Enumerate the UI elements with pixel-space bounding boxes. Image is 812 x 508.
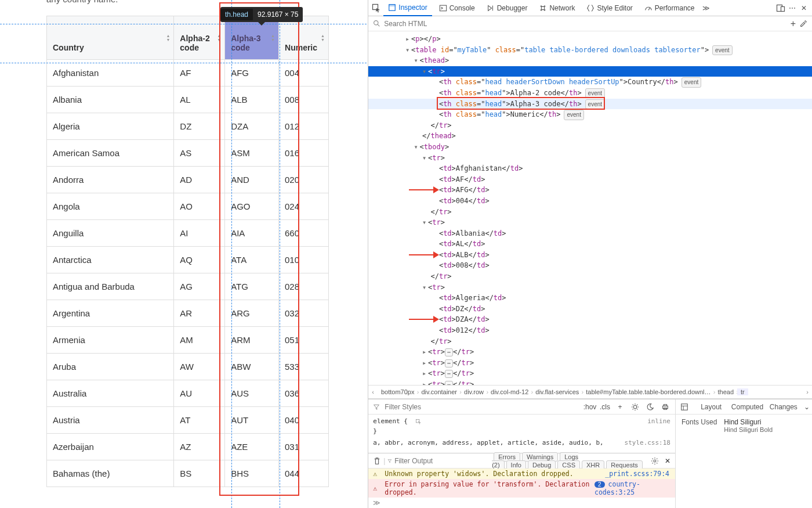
devtools-meatball-icon[interactable]: ⋯ (788, 3, 797, 13)
add-rule-icon[interactable]: + (615, 402, 625, 412)
inspect-source-icon[interactable] (415, 419, 422, 425)
th-country[interactable]: Country ▲▼ (47, 16, 174, 60)
svg-rect-24 (682, 403, 688, 410)
console-close-icon[interactable]: ✕ (665, 457, 670, 465)
dom-node[interactable]: <td>012</td> (368, 325, 812, 336)
th-numeric[interactable]: Numeric ▲▼ (279, 16, 329, 60)
tab-performance[interactable]: Performance (640, 0, 699, 16)
console-prompt[interactable]: ≫ (368, 498, 675, 508)
table-row: American SamoaASASM016 (47, 140, 329, 167)
table-cell: 010 (279, 247, 329, 273)
dom-node[interactable]: <th class="head">Numeric</th>event (368, 109, 812, 120)
dom-node[interactable]: <td>AFG</td> (368, 185, 812, 196)
breadcrumb-item[interactable]: bottom70px (378, 388, 418, 395)
tab-computed[interactable]: Computed (729, 399, 765, 414)
table-cell: ALB (225, 87, 279, 113)
tab-style-editor[interactable]: Style Editor (582, 0, 637, 16)
dom-node[interactable]: <td>Afghanistan</td> (368, 163, 812, 174)
hov-toggle[interactable]: :hov (585, 402, 595, 412)
th-alpha3[interactable]: Alpha-3 code ▲▼ (225, 16, 279, 60)
console-error[interactable]: ⚠ Error in parsing value for 'transform'… (368, 479, 675, 498)
dom-node[interactable]: ▾<tr> (368, 66, 812, 77)
breadcrumb-item[interactable]: thead (715, 388, 738, 395)
add-node-icon[interactable]: + (791, 19, 796, 29)
dom-node[interactable]: <td>AF</td> (368, 174, 812, 185)
dom-node[interactable]: <th class="head headerSortDown headerSor… (368, 77, 812, 88)
table-cell: AZE (225, 434, 279, 460)
svg-rect-2 (389, 4, 396, 6)
dom-node[interactable]: ▾<tbody> (368, 142, 812, 153)
dom-node[interactable]: ▸<tr>⋯</tr> (368, 368, 812, 379)
console-warning[interactable]: ⚠ Unknown property 'widows'. Declaration… (368, 469, 675, 479)
dom-node[interactable]: ▾<tr> (368, 282, 812, 293)
dom-node[interactable]: ▾<table id="myTable" class="table table-… (368, 45, 812, 56)
devtools-close-icon[interactable]: ✕ (799, 3, 809, 13)
breadcrumb-item[interactable]: div.container (418, 388, 461, 395)
light-scheme-icon[interactable] (630, 402, 640, 412)
dom-node[interactable]: </tr> (368, 120, 812, 131)
dom-node[interactable]: ▸<p></p> (368, 34, 812, 45)
dom-node[interactable]: <th class="head">Alpha-2 code</th>event (368, 88, 812, 99)
th-alpha2[interactable]: Alpha-2 code ▲▼ (174, 16, 225, 60)
table-cell: Antigua and Barbuda (47, 273, 174, 300)
tab-debugger[interactable]: Debugger (482, 0, 532, 16)
dom-node[interactable]: <td>ALB</td> (368, 250, 812, 261)
dom-node[interactable]: <td>008</td> (368, 260, 812, 271)
inspect-guide-left (231, 0, 232, 508)
table-cell: AIA (225, 220, 279, 247)
tab-changes[interactable]: Changes (766, 399, 802, 414)
dom-node[interactable]: </thead> (368, 131, 812, 142)
svg-line-16 (637, 409, 637, 409)
breadcrumb-item[interactable]: div.flat-services (532, 388, 582, 395)
trash-icon[interactable] (373, 457, 381, 465)
table-cell: AD (174, 167, 225, 193)
dom-node[interactable]: </tr> (368, 207, 812, 218)
rules-panel: :hov .cls + element { inline } (368, 399, 675, 508)
tabs-overflow-icon[interactable]: ≫ (702, 3, 711, 13)
dom-node[interactable]: <td>DZ</td> (368, 304, 812, 315)
dom-node[interactable]: <td>AL</td> (368, 239, 812, 250)
breadcrumb-prev-icon[interactable]: ‹ (368, 388, 378, 395)
side-layout-icon[interactable] (676, 399, 693, 414)
tab-network[interactable]: Network (534, 0, 579, 16)
dom-node[interactable]: <td>Algeria</td> (368, 293, 812, 304)
cls-toggle[interactable]: .cls (600, 402, 610, 412)
tab-inspector[interactable]: Inspector (383, 0, 432, 16)
svg-rect-20 (664, 404, 666, 406)
dom-tree[interactable]: ▸<p></p> ▾<table id="myTable" class="tab… (368, 31, 812, 385)
side-overflow-icon[interactable]: ⌄ (802, 399, 812, 414)
print-media-icon[interactable] (660, 402, 670, 412)
html-search-input[interactable] (384, 20, 786, 28)
dom-node[interactable]: <th class="head">Alpha-3 code</th>event (368, 99, 812, 110)
breadcrumb-next-icon[interactable]: › (803, 388, 812, 395)
filter-output-input[interactable] (394, 457, 487, 465)
console-settings-icon[interactable] (651, 457, 659, 465)
dom-node[interactable]: <td>DZA</td> (368, 314, 812, 325)
tab-layout[interactable]: Layout (693, 399, 729, 414)
table-row: AzerbaijanAZAZE031 (47, 434, 329, 460)
responsive-mode-icon[interactable] (776, 3, 785, 13)
svg-line-5 (648, 8, 650, 10)
dark-scheme-icon[interactable] (645, 402, 655, 412)
dom-node[interactable]: </tr> (368, 271, 812, 282)
table-cell: AL (174, 87, 225, 113)
inspect-element-icon[interactable] (372, 3, 381, 13)
dom-node[interactable]: ▾<thead> (368, 55, 812, 66)
sort-icon: ▲▼ (166, 34, 170, 42)
dom-node[interactable]: </tr> (368, 336, 812, 347)
eyedropper-icon[interactable] (799, 20, 807, 28)
dom-node[interactable]: ▸<tr>⋯</tr> (368, 379, 812, 385)
breadcrumb-item[interactable]: div.row (461, 388, 487, 395)
breadcrumb-item[interactable]: div.col-md-12 (487, 388, 532, 395)
dom-node[interactable]: <td>Albania</td> (368, 228, 812, 239)
dom-node[interactable]: <td>004</td> (368, 196, 812, 207)
dom-node[interactable]: ▾<tr> (368, 153, 812, 164)
tab-console[interactable]: Console (434, 0, 480, 16)
dom-node[interactable]: ▾<tr> (368, 217, 812, 228)
breadcrumb-item[interactable]: tr (737, 388, 748, 395)
breadcrumb-item[interactable]: table#myTable.table.table-bordered.downl… (582, 388, 714, 395)
dom-node[interactable]: ▸<tr>⋯</tr> (368, 358, 812, 369)
dom-node[interactable]: ▸<tr>⋯</tr> (368, 347, 812, 358)
filter-styles-input[interactable] (385, 403, 580, 411)
breadcrumbs[interactable]: ‹ bottom70pxdiv.containerdiv.rowdiv.col-… (368, 385, 812, 399)
